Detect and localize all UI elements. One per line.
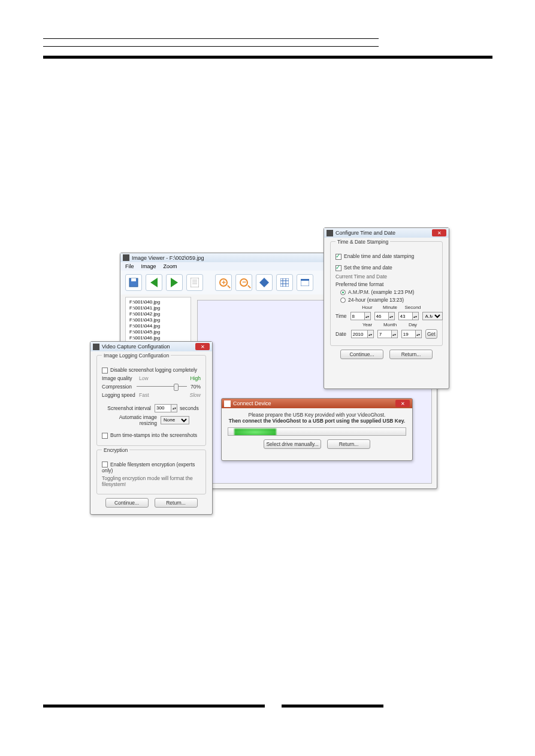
get-button[interactable]: Get [425, 329, 437, 339]
year-field[interactable]: ▴▾ [351, 330, 374, 338]
col-hour: Hour [358, 305, 376, 310]
month-field[interactable]: ▴▾ [377, 330, 398, 338]
checkbox-label: Enable time and date stamping [344, 253, 414, 259]
col-minute: Minute [381, 305, 399, 310]
col-day: Day [404, 322, 422, 327]
app-icon [93, 344, 99, 350]
compression-slider[interactable] [137, 383, 187, 390]
label-resize: Automatic image resizing [102, 414, 161, 426]
minute-field[interactable]: ▴▾ [374, 312, 395, 320]
instruction-2: Then connect the VideoGhost to a USB por… [228, 418, 406, 424]
window-video-capture: Video Capture Configuration ✕ Image Logg… [90, 341, 213, 515]
return-button[interactable]: Return... [389, 350, 433, 359]
group-encryption: Encryption Enable filesystem encryption … [96, 450, 206, 495]
figure-container: Image Viewer - F:\002\059.jpg File Image… [90, 227, 449, 521]
radio-label: 24-hour (example 13:23) [348, 297, 404, 303]
menu-image[interactable]: Image [141, 263, 156, 269]
label-fast: Fast [139, 392, 149, 398]
prev-icon[interactable] [146, 274, 162, 291]
checkbox-label: Burn time-stamps into the screenshots [110, 432, 197, 438]
second-field[interactable]: ▴▾ [398, 312, 419, 320]
ampm-select[interactable]: A.M. [422, 312, 443, 320]
close-icon[interactable]: ✕ [432, 229, 446, 236]
label-interval: Screenshot interval [102, 405, 155, 411]
label-date: Date [335, 331, 347, 337]
return-button[interactable]: Return... [327, 439, 370, 449]
zoom-out-icon[interactable] [235, 274, 252, 291]
list-item[interactable]: F:\001\040.jpg [129, 299, 187, 305]
continue-button[interactable]: Continue... [340, 350, 383, 359]
window-title: Image Viewer - F:\002\059.jpg [132, 255, 204, 261]
grid-icon[interactable] [276, 274, 293, 291]
group-label: Image Logging Configuration [102, 353, 171, 359]
radio-ampm[interactable] [340, 290, 346, 295]
file-list[interactable]: F:\001\040.jpg F:\001\041.jpg F:\001\042… [125, 297, 191, 344]
list-item[interactable]: F:\001\044.jpg [129, 323, 187, 329]
return-button[interactable]: Return... [155, 498, 198, 508]
continue-button[interactable]: Continue... [105, 498, 149, 508]
label-compression: Compression [102, 384, 137, 390]
checkbox-burn-timestamps[interactable] [102, 433, 108, 439]
hour-field[interactable]: ▴▾ [350, 312, 371, 320]
menu-file[interactable]: File [125, 263, 134, 269]
checkbox-label: Set the time and date [344, 265, 392, 271]
checkbox-disable-logging[interactable] [102, 368, 108, 374]
group-label: Encryption [102, 447, 129, 453]
close-icon[interactable]: ✕ [195, 343, 210, 350]
list-item[interactable]: F:\001\041.jpg [129, 305, 187, 311]
list-item[interactable]: F:\001\045.jpg [129, 329, 187, 335]
label-preferred: Preferred time format [335, 281, 437, 287]
radio-label: A.M./P.M. (example 1:23 PM) [348, 289, 414, 295]
close-icon[interactable]: ✕ [395, 400, 410, 407]
window-icon[interactable] [297, 274, 313, 291]
checkbox-set-time[interactable] [335, 265, 341, 271]
label-quality: Image quality [102, 375, 139, 381]
svg-rect-1 [131, 278, 136, 281]
window-time-date: Configure Time and Date ✕ Time & Date St… [324, 227, 449, 389]
app-icon [327, 230, 333, 236]
label-speed: Logging speed [102, 392, 139, 398]
window-title: Video Capture Configuration [102, 344, 170, 350]
radio-24h[interactable] [340, 297, 346, 303]
list-item[interactable]: F:\001\042.jpg [129, 311, 187, 317]
app-icon [123, 254, 129, 261]
checkbox-enable-stamping[interactable] [335, 254, 341, 260]
menu-zoom[interactable]: Zoom [164, 263, 177, 269]
zoom-in-icon[interactable] [215, 274, 232, 291]
day-field[interactable]: ▴▾ [401, 330, 422, 338]
window-title: Configure Time and Date [335, 230, 395, 236]
col-year: Year [358, 322, 376, 327]
col-second: Second [404, 305, 422, 310]
checkbox-label: Enable filesystem encryption (experts on… [102, 462, 195, 474]
fit-icon[interactable] [256, 274, 273, 291]
progress-bar [228, 427, 406, 436]
svg-rect-13 [301, 279, 309, 281]
label-warning: Toggling encryption mode will format the… [102, 475, 201, 487]
titlebar-video-capture: Video Capture Configuration ✕ [90, 342, 212, 351]
svg-rect-7 [280, 278, 289, 287]
group-stamping: Time & Date Stamping Enable time and dat… [330, 241, 443, 346]
page-icon[interactable] [186, 274, 203, 291]
checkbox-label: Disable screenshot logging completely [110, 367, 197, 373]
next-icon[interactable] [166, 274, 183, 291]
group-label: Time & Date Stamping [335, 239, 390, 245]
list-item[interactable]: F:\001\043.jpg [129, 317, 187, 323]
label-low: Low [139, 375, 149, 381]
col-month: Month [381, 322, 399, 327]
app-icon [224, 400, 231, 407]
window-connect-device: Connect Device ✕ Please prepare the USB … [221, 398, 413, 461]
list-item[interactable]: F:\001\046.jpg [129, 335, 187, 341]
label-pct: 70% [191, 384, 201, 390]
group-logging: Image Logging Configuration Disable scre… [96, 355, 206, 446]
select-drive-button[interactable]: Select drive manually... [264, 439, 321, 449]
label-seconds: seconds [180, 405, 199, 411]
save-icon[interactable] [125, 274, 142, 291]
interval-field[interactable]: ▴▾ [155, 404, 177, 412]
label-current: Current Time and Date [335, 274, 437, 280]
checkbox-enable-encryption[interactable] [102, 462, 108, 467]
titlebar-connect: Connect Device ✕ [222, 399, 412, 408]
label-slow: Slow [190, 392, 201, 398]
svg-rect-2 [191, 278, 199, 287]
resize-select[interactable]: None [161, 416, 189, 424]
svg-marker-6 [259, 278, 269, 287]
